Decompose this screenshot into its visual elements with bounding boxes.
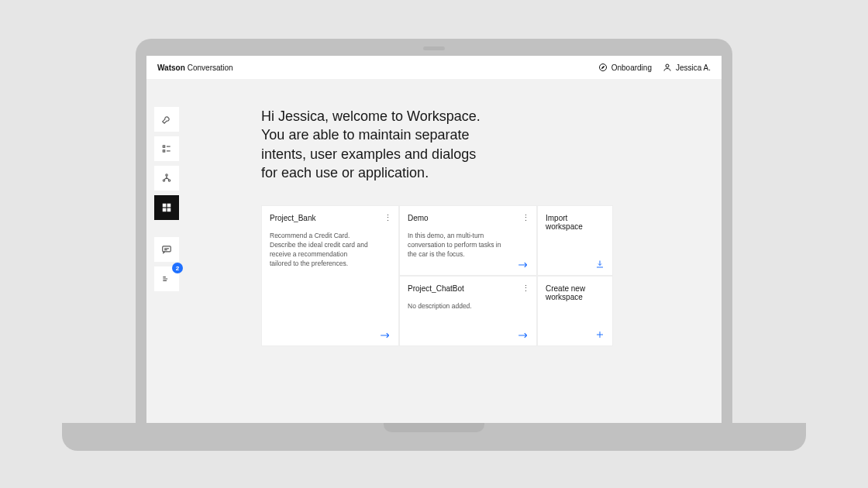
- svg-rect-9: [167, 204, 170, 207]
- laptop-notch: [384, 423, 484, 432]
- svg-rect-3: [163, 146, 164, 147]
- card-description: Recommend a Credit Card. Describe the id…: [270, 232, 370, 269]
- arrow-right-icon[interactable]: [518, 332, 529, 339]
- improve-icon: [161, 273, 172, 284]
- svg-point-2: [666, 64, 669, 67]
- brand-bold: Watson: [157, 64, 185, 72]
- workspace-card-chatbot[interactable]: Project_ChatBot No description added. ⋮: [399, 276, 537, 346]
- kebab-icon[interactable]: ⋮: [522, 284, 530, 293]
- sidebar-item-dialog[interactable]: [154, 166, 179, 191]
- svg-point-6: [163, 180, 164, 181]
- onboarding-link[interactable]: Onboarding: [598, 63, 652, 72]
- chat-icon: [161, 244, 172, 255]
- svg-point-7: [168, 180, 170, 181]
- svg-rect-4: [163, 150, 164, 152]
- brand: Watson Conversation: [157, 64, 233, 72]
- sidebar: 2: [154, 107, 179, 291]
- sidebar-item-workspaces[interactable]: [154, 195, 179, 220]
- user-icon: [663, 63, 672, 72]
- arrow-right-icon[interactable]: [518, 261, 529, 269]
- download-icon[interactable]: [595, 259, 604, 269]
- sidebar-item-entities[interactable]: [154, 136, 179, 161]
- card-description: No description added.: [408, 302, 508, 311]
- card-description: In this demo, an multi-turn conversation…: [408, 232, 508, 259]
- plus-icon[interactable]: [595, 330, 604, 339]
- sidebar-item-chat[interactable]: [154, 237, 179, 262]
- onboarding-label: Onboarding: [611, 64, 652, 72]
- card-title: Import workspace: [546, 214, 600, 231]
- sidebar-item-improve[interactable]: 2: [154, 266, 179, 291]
- list-icon: [161, 143, 172, 154]
- svg-marker-1: [601, 67, 604, 69]
- card-title: Create new workspace: [546, 284, 600, 301]
- arrow-right-icon[interactable]: [380, 332, 391, 339]
- tree-icon: [161, 173, 172, 184]
- main-content: Hi Jessica, welcome to Workspace. You ar…: [261, 107, 711, 426]
- welcome-text: Hi Jessica, welcome to Workspace. You ar…: [261, 107, 494, 182]
- create-workspace-card[interactable]: Create new workspace: [537, 276, 613, 346]
- card-title: Demo: [408, 214, 529, 222]
- app-screen: Watson Conversation Onboarding: [146, 56, 722, 426]
- kebab-icon[interactable]: ⋮: [384, 214, 392, 222]
- svg-rect-10: [163, 208, 166, 211]
- grid-icon: [161, 202, 172, 213]
- laptop-camera: [423, 46, 445, 50]
- header-right: Onboarding Jessica A.: [598, 63, 711, 72]
- compass-icon: [598, 63, 608, 72]
- sidebar-item-build[interactable]: [154, 107, 179, 132]
- card-title: Project_ChatBot: [408, 284, 529, 293]
- user-name: Jessica A.: [676, 64, 711, 72]
- card-title: Project_Bank: [270, 214, 391, 222]
- app-header: Watson Conversation Onboarding: [146, 56, 722, 79]
- kebab-icon[interactable]: ⋮: [522, 214, 530, 222]
- user-menu[interactable]: Jessica A.: [663, 63, 711, 72]
- wrench-icon: [161, 114, 172, 125]
- laptop-frame: Watson Conversation Onboarding: [136, 39, 732, 426]
- svg-rect-11: [167, 208, 170, 211]
- workspace-card-demo[interactable]: Demo In this demo, an multi-turn convers…: [399, 205, 537, 276]
- notification-badge: 2: [172, 263, 183, 273]
- workspace-grid: Project_Bank Recommend a Credit Card. De…: [261, 205, 613, 346]
- svg-point-5: [166, 174, 167, 176]
- workspace-card-project-bank[interactable]: Project_Bank Recommend a Credit Card. De…: [261, 205, 399, 346]
- import-workspace-card[interactable]: Import workspace: [537, 205, 613, 276]
- brand-light: Conversation: [188, 64, 233, 72]
- svg-rect-8: [163, 204, 166, 207]
